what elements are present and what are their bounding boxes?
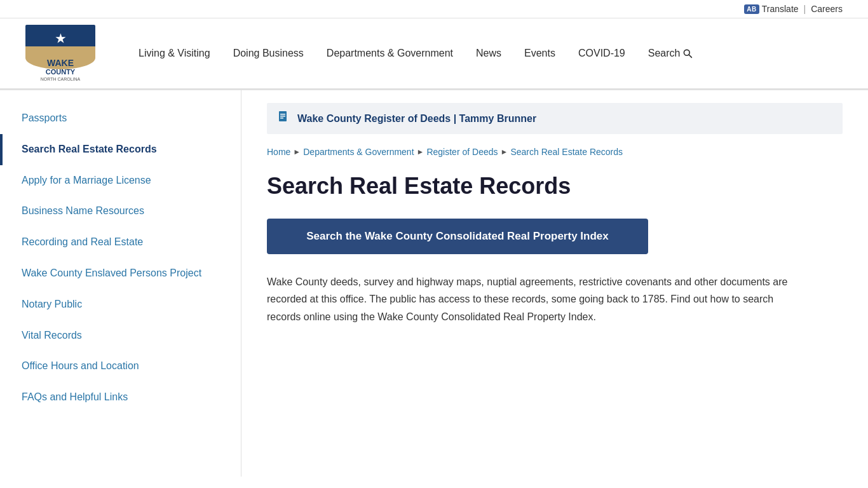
- breadcrumb-departments[interactable]: Departments & Government: [303, 147, 414, 157]
- sidebar-item-enslaved-persons[interactable]: Wake County Enslaved Persons Project: [0, 258, 241, 289]
- sidebar-item-recording-real-estate[interactable]: Recording and Real Estate: [0, 227, 241, 258]
- breadcrumb-current: Search Real Estate Records: [510, 147, 623, 157]
- utility-divider: |: [804, 4, 806, 14]
- nav-events[interactable]: Events: [513, 43, 567, 64]
- svg-rect-2: [25, 46, 95, 58]
- sidebar-item-business-name[interactable]: Business Name Resources: [0, 196, 241, 227]
- sidebar-item-office-hours[interactable]: Office Hours and Location: [0, 351, 241, 382]
- utility-bar: AB Translate | Careers: [0, 0, 868, 18]
- nav-departments-government[interactable]: Departments & Government: [315, 43, 465, 64]
- breadcrumb-home[interactable]: Home: [267, 147, 290, 157]
- svg-text:★: ★: [55, 32, 66, 45]
- nav-covid19[interactable]: COVID-19: [567, 43, 637, 64]
- sidebar: Passports Search Real Estate Records App…: [0, 90, 241, 477]
- breadcrumb-sep-3: ►: [501, 147, 508, 156]
- page-title: Search Real Estate Records: [267, 172, 843, 200]
- svg-rect-10: [280, 114, 285, 115]
- svg-rect-12: [280, 118, 283, 119]
- nav-search[interactable]: Search: [637, 43, 705, 64]
- banner-icon: [277, 111, 290, 126]
- banner-title: Wake County Register of Deeds | Tammy Br…: [297, 113, 536, 125]
- careers-link[interactable]: Careers: [811, 4, 843, 14]
- header: ★ WAKE COUNTY NORTH CAROLINA Living & Vi…: [0, 18, 868, 90]
- sidebar-item-passports[interactable]: Passports: [0, 103, 241, 134]
- nav-doing-business[interactable]: Doing Business: [222, 43, 315, 64]
- content-area: Wake County Register of Deeds | Tammy Br…: [241, 90, 868, 477]
- page-banner: Wake County Register of Deeds | Tammy Br…: [267, 103, 843, 134]
- sidebar-item-notary-public[interactable]: Notary Public: [0, 289, 241, 320]
- svg-text:NORTH CAROLINA: NORTH CAROLINA: [41, 77, 81, 81]
- svg-text:WAKE: WAKE: [47, 58, 74, 68]
- svg-line-8: [689, 55, 691, 57]
- nav-living-visiting[interactable]: Living & Visiting: [127, 43, 222, 64]
- sidebar-item-search-real-estate[interactable]: Search Real Estate Records: [0, 134, 241, 165]
- nav-news[interactable]: News: [465, 43, 513, 64]
- translate-link[interactable]: Translate: [762, 4, 799, 14]
- sidebar-item-faqs[interactable]: FAQs and Helpful Links: [0, 382, 241, 413]
- breadcrumb-sep-2: ►: [417, 147, 424, 156]
- document-icon: [277, 111, 290, 123]
- logo-area[interactable]: ★ WAKE COUNTY NORTH CAROLINA: [25, 25, 102, 82]
- main-container: Passports Search Real Estate Records App…: [0, 90, 868, 477]
- breadcrumb-sep-1: ►: [293, 147, 301, 156]
- main-nav: Living & Visiting Doing Business Departm…: [127, 43, 843, 64]
- page-body-text: Wake County deeds, survey and highway ma…: [267, 273, 788, 325]
- sidebar-item-vital-records[interactable]: Vital Records: [0, 320, 241, 351]
- search-icon: [682, 48, 693, 58]
- svg-text:COUNTY: COUNTY: [46, 68, 76, 76]
- search-property-index-button[interactable]: Search the Wake County Consolidated Real…: [267, 219, 648, 254]
- breadcrumb-register-of-deeds[interactable]: Register of Deeds: [426, 147, 498, 157]
- svg-rect-11: [280, 116, 285, 117]
- wake-county-logo[interactable]: ★ WAKE COUNTY NORTH CAROLINA: [25, 25, 95, 82]
- translate-icon: AB: [744, 4, 759, 14]
- sidebar-item-marriage-license[interactable]: Apply for a Marriage License: [0, 165, 241, 196]
- breadcrumb: Home ► Departments & Government ► Regist…: [267, 147, 843, 157]
